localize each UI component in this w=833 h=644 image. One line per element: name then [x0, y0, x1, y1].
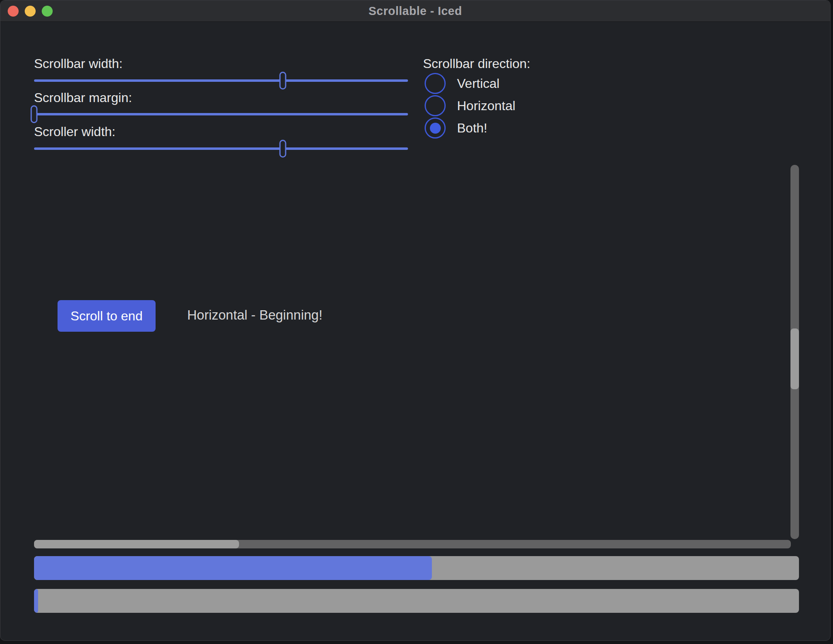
- scrollbar-width-slider[interactable]: [34, 71, 408, 90]
- slider-handle[interactable]: [279, 72, 286, 90]
- radio-label-both: Both!: [457, 121, 487, 136]
- scrollbar-margin-label: Scrollbar margin:: [34, 89, 132, 107]
- zoom-button[interactable]: [42, 6, 53, 17]
- traffic-lights: [8, 6, 53, 17]
- horizontal-progress-bar: [34, 556, 799, 580]
- slider-track[interactable]: [34, 79, 408, 82]
- vertical-scrollbar[interactable]: [790, 165, 799, 539]
- radio-option-vertical[interactable]: Vertical: [425, 73, 500, 94]
- scroller-width-label: Scroller width:: [34, 123, 115, 141]
- slider-track[interactable]: [34, 113, 408, 115]
- slider-handle[interactable]: [31, 105, 38, 123]
- radio-label-vertical: Vertical: [457, 76, 500, 91]
- scroll-status-text: Horizontal - Beginning!: [187, 307, 323, 323]
- radio-label-horizontal: Horizontal: [457, 98, 515, 113]
- radio-dot: [430, 123, 441, 134]
- window-title: Scrollable - Iced: [369, 4, 462, 18]
- radio-circle[interactable]: [425, 95, 446, 116]
- horizontal-scroller-thumb[interactable]: [34, 540, 239, 548]
- scrollbar-direction-label: Scrollbar direction:: [423, 55, 530, 73]
- progress-fill: [34, 556, 432, 580]
- slider-handle[interactable]: [279, 140, 286, 158]
- radio-circle[interactable]: [425, 73, 446, 94]
- titlebar[interactable]: Scrollable - Iced: [0, 0, 830, 22]
- minimize-button[interactable]: [25, 6, 36, 17]
- radio-option-both[interactable]: Both!: [425, 117, 487, 139]
- close-button[interactable]: [8, 6, 19, 17]
- scroll-to-end-button[interactable]: Scroll to end: [58, 300, 156, 332]
- radio-circle[interactable]: [425, 117, 446, 139]
- vertical-scroller-thumb[interactable]: [790, 328, 799, 390]
- radio-option-horizontal[interactable]: Horizontal: [425, 95, 515, 116]
- scrollbar-width-label: Scrollbar width:: [34, 55, 123, 73]
- progress-fill: [34, 589, 38, 613]
- scrollbar-margin-slider[interactable]: [34, 105, 408, 124]
- slider-track[interactable]: [34, 147, 408, 150]
- vertical-progress-bar: [34, 589, 799, 613]
- scroller-width-slider[interactable]: [34, 139, 408, 158]
- app-window: Scrollable - Iced Scrollbar width: Scrol…: [0, 0, 831, 641]
- horizontal-scrollbar[interactable]: [34, 540, 791, 548]
